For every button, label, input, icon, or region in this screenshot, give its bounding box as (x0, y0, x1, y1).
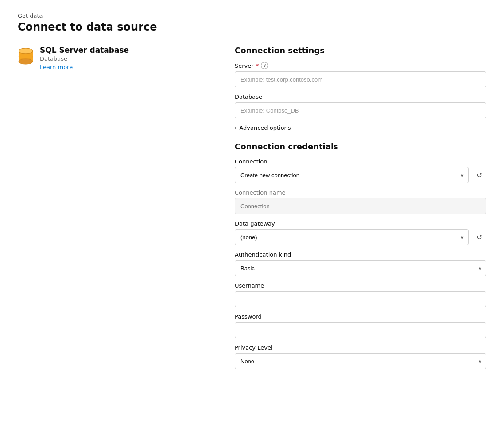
connection-name-label: Connection name (235, 189, 486, 196)
auth-kind-field-group: Authentication kind Basic ∨ (235, 251, 486, 276)
svg-point-3 (19, 48, 33, 54)
privacy-level-field-group: Privacy Level None ∨ (235, 344, 486, 369)
connection-dropdown-wrapper: Create new connection ∨ ↺ (235, 167, 486, 183)
page-container: Get data Connect to data source SQL Serv… (0, 0, 504, 388)
connection-label: Connection (235, 158, 486, 165)
server-input[interactable] (235, 71, 486, 87)
data-gateway-refresh-button[interactable]: ↺ (472, 230, 486, 244)
auth-kind-select[interactable]: Basic (235, 260, 486, 276)
username-label: Username (235, 282, 486, 289)
left-panel: SQL Server database Database Learn more (18, 46, 230, 375)
database-field-group: Database (235, 93, 486, 118)
username-field-group: Username (235, 282, 486, 307)
connection-refresh-button[interactable]: ↺ (472, 168, 486, 182)
privacy-level-label: Privacy Level (235, 344, 486, 351)
username-input[interactable] (235, 291, 486, 307)
datasource-info: SQL Server database Database Learn more (18, 46, 213, 70)
info-icon[interactable]: i (261, 62, 268, 69)
server-field-group: Server * i (235, 62, 486, 87)
password-input[interactable] (235, 322, 486, 338)
data-gateway-field-group: Data gateway (none) ∨ ↺ (235, 220, 486, 245)
datasource-text: SQL Server database Database Learn more (40, 46, 129, 70)
learn-more-link[interactable]: Learn more (40, 64, 129, 70)
server-label: Server * i (235, 62, 486, 69)
connection-select[interactable]: Create new connection (235, 167, 469, 183)
connection-settings-title: Connection settings (235, 46, 486, 55)
required-star: * (256, 62, 259, 69)
main-layout: SQL Server database Database Learn more … (18, 46, 486, 375)
advanced-options-label: Advanced options (239, 125, 291, 131)
auth-kind-select-wrapper: Basic ∨ (235, 260, 486, 276)
database-icon (18, 47, 34, 66)
privacy-level-select[interactable]: None (235, 353, 486, 369)
database-input[interactable] (235, 102, 486, 118)
page-title: Connect to data source (18, 21, 486, 33)
right-panel: Connection settings Server * i Database … (230, 46, 486, 375)
connection-name-field-group: Connection name (235, 189, 486, 214)
data-gateway-label: Data gateway (235, 220, 486, 227)
auth-kind-label: Authentication kind (235, 251, 486, 258)
chevron-right-icon: › (235, 125, 236, 131)
data-gateway-select-wrapper: (none) ∨ (235, 229, 469, 245)
connection-select-wrapper: Create new connection ∨ (235, 167, 469, 183)
connection-name-input[interactable] (235, 198, 486, 214)
datasource-name: SQL Server database (40, 46, 129, 54)
credentials-section: Connection credentials Connection Create… (235, 142, 486, 369)
data-gateway-select[interactable]: (none) (235, 229, 469, 245)
breadcrumb: Get data (18, 12, 486, 19)
privacy-level-select-wrapper: None ∨ (235, 353, 486, 369)
connection-field-group: Connection Create new connection ∨ ↺ (235, 158, 486, 183)
svg-point-2 (19, 59, 33, 64)
password-field-group: Password (235, 313, 486, 338)
datasource-type: Database (40, 55, 129, 62)
credentials-title: Connection credentials (235, 142, 486, 151)
database-label: Database (235, 93, 486, 100)
advanced-options-toggle[interactable]: › Advanced options (235, 125, 486, 131)
password-label: Password (235, 313, 486, 320)
data-gateway-dropdown-wrapper: (none) ∨ ↺ (235, 229, 486, 245)
